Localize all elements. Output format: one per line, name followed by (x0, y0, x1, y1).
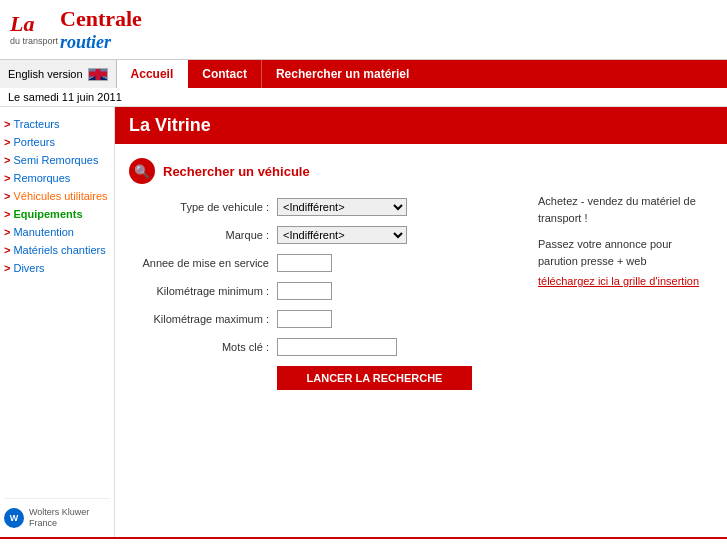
arrow-icon: > (4, 136, 10, 148)
arrow-icon: > (4, 154, 10, 166)
wk-logo-icon: W (4, 508, 24, 528)
tab-contact[interactable]: Contact (188, 60, 262, 88)
mots-cle-label: Mots clé : (129, 341, 269, 353)
km-max-input[interactable] (277, 310, 332, 328)
arrow-icon: > (4, 172, 10, 184)
search-panel: 🔍 Rechercher un véhicule Type de vehicul… (129, 158, 518, 523)
arrow-icon: > (4, 190, 10, 202)
sidebar-item-porteurs[interactable]: > Porteurs (4, 133, 110, 151)
footer: Plan du site - Contact journal - Ajouter… (0, 537, 727, 545)
mots-cle-row: Mots clé : (129, 338, 518, 356)
english-label: English version (8, 68, 83, 80)
type-label: Type de vehicule : (129, 201, 269, 213)
search-title: Rechercher un véhicule (163, 164, 310, 179)
top-nav: English version Accueil Contact Recherch… (0, 60, 727, 88)
header: La du transport Centrale routier (0, 0, 727, 60)
content-area: La Vitrine 🔍 Rechercher un véhicule Type… (115, 107, 727, 537)
type-select[interactable]: <Indifférent> (277, 198, 407, 216)
search-button[interactable]: LANCER LA RECHERCHE (277, 366, 472, 390)
vitrine-content: 🔍 Rechercher un véhicule Type de vehicul… (115, 144, 727, 537)
uk-flag-icon (88, 68, 108, 81)
vitrine-title: La Vitrine (129, 115, 211, 135)
marque-select[interactable]: <Indifférent> (277, 226, 407, 244)
sidebar-item-materiels-chantiers[interactable]: > Matériels chantiers (4, 241, 110, 259)
logo-left: La du transport (10, 12, 58, 46)
km-min-label: Kilométrage minimum : (129, 285, 269, 297)
nav-tabs: Accueil Contact Rechercher un matériel (117, 60, 424, 88)
tab-rechercher[interactable]: Rechercher un matériel (262, 60, 423, 88)
logo: La du transport Centrale routier (10, 6, 142, 53)
search-icon-circle: 🔍 (129, 158, 155, 184)
km-min-row: Kilométrage minimum : (129, 282, 518, 300)
wk-label: Wolters Kluwer France (29, 507, 89, 529)
ad-link[interactable]: téléchargez ici la grille d'insertion (538, 275, 699, 287)
km-min-input[interactable] (277, 282, 332, 300)
arrow-icon: > (4, 208, 10, 220)
sidebar-item-semi-remorques[interactable]: > Semi Remorques (4, 151, 110, 169)
sidebar: > Tracteurs > Porteurs > Semi Remorques … (0, 107, 115, 537)
marque-row: Marque : <Indifférent> (129, 226, 518, 244)
vitrine-title-bar: La Vitrine (115, 107, 727, 144)
logo-routier: routier (60, 32, 142, 53)
search-title-row: 🔍 Rechercher un véhicule (129, 158, 518, 184)
logo-centrale: Centrale (60, 6, 142, 32)
sidebar-item-equipements[interactable]: > Equipements (4, 205, 110, 223)
wk-logo-area: W Wolters Kluwer France (4, 498, 110, 529)
arrow-icon: > (4, 262, 10, 274)
arrow-icon: > (4, 244, 10, 256)
arrow-icon: > (4, 226, 10, 238)
annee-label: Annee de mise en service (129, 257, 269, 269)
type-row: Type de vehicule : <Indifférent> (129, 198, 518, 216)
marque-label: Marque : (129, 229, 269, 241)
logo-du-transport: du transport (10, 37, 58, 47)
main-layout: > Tracteurs > Porteurs > Semi Remorques … (0, 107, 727, 537)
ad-panel: Achetez - vendez du matériel de transpor… (538, 158, 713, 523)
logo-la: La (10, 12, 58, 36)
english-version[interactable]: English version (0, 60, 117, 88)
sidebar-item-manutention[interactable]: > Manutention (4, 223, 110, 241)
ad-line2: Passez votre annonce pour parution press… (538, 236, 713, 269)
mots-cle-input[interactable] (277, 338, 397, 356)
arrow-icon: > (4, 118, 10, 130)
sidebar-item-remorques[interactable]: > Remorques (4, 169, 110, 187)
date-bar: Le samedi 11 juin 2011 (0, 88, 727, 107)
search-button-row: LANCER LA RECHERCHE (129, 366, 518, 390)
annee-row: Annee de mise en service (129, 254, 518, 272)
date-text: Le samedi 11 juin 2011 (8, 91, 122, 103)
sidebar-item-divers[interactable]: > Divers (4, 259, 110, 277)
km-max-label: Kilométrage maximum : (129, 313, 269, 325)
annee-input[interactable] (277, 254, 332, 272)
km-max-row: Kilométrage maximum : (129, 310, 518, 328)
sidebar-item-tracteurs[interactable]: > Tracteurs (4, 115, 110, 133)
tab-accueil[interactable]: Accueil (117, 60, 189, 88)
logo-right: Centrale routier (60, 6, 142, 53)
sidebar-item-vehicules-utilitaires[interactable]: > Véhicules utilitaires (4, 187, 110, 205)
ad-line1: Achetez - vendez du matériel de transpor… (538, 193, 713, 226)
